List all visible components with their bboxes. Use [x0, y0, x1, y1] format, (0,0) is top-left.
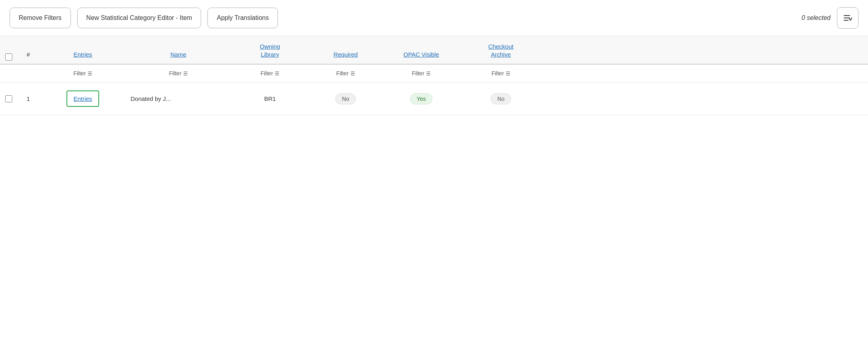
header-checkbox-cell[interactable] — [0, 53, 18, 61]
row-1-checkout-archive-badge: No — [491, 93, 511, 104]
filter-name-icon: ☰ — [183, 71, 188, 77]
col-header-required[interactable]: Required — [310, 48, 381, 61]
data-table: # Entries Name OwningLibrary Required OP… — [0, 36, 868, 115]
apply-translations-button[interactable]: Apply Translations — [207, 8, 278, 28]
new-statistical-category-button[interactable]: New Statistical Category Editor - Item — [77, 8, 201, 28]
filter-owning-library-label: Filter — [260, 70, 273, 77]
row-1-checkbox[interactable] — [5, 95, 12, 102]
row-1-opac-visible-badge: Yes — [410, 93, 433, 104]
select-menu-button[interactable] — [837, 7, 858, 29]
col-header-entries[interactable]: Entries — [39, 48, 127, 61]
selected-count-label: 0 selected — [802, 14, 831, 22]
row-1-number: 1 — [18, 92, 39, 105]
row-1-name: Donated by J... — [127, 92, 230, 105]
col-header-number: # — [18, 48, 39, 61]
remove-filters-button[interactable]: Remove Filters — [10, 8, 71, 28]
list-check-icon — [843, 14, 852, 22]
row-1-opac-visible: Yes — [381, 90, 461, 108]
filter-required-label: Filter — [336, 70, 348, 77]
filter-opac-visible[interactable]: Filter ☰ — [381, 69, 461, 78]
filter-checkout-archive-icon: ☰ — [506, 71, 510, 77]
filter-name-label: Filter — [169, 70, 181, 77]
filter-required-icon: ☰ — [350, 71, 355, 77]
col-header-checkout-archive[interactable]: CheckoutArchive — [461, 40, 541, 61]
filter-required[interactable]: Filter ☰ — [310, 69, 381, 78]
filter-owning-library[interactable]: Filter ☰ — [230, 69, 310, 78]
filter-owning-library-icon: ☰ — [275, 71, 280, 77]
filter-row: Filter ☰ Filter ☰ Filter ☰ Filter ☰ Filt… — [0, 65, 868, 83]
toolbar: Remove Filters New Statistical Category … — [0, 0, 868, 36]
select-all-checkbox[interactable] — [5, 53, 12, 61]
filter-entries[interactable]: Filter ☰ — [39, 69, 127, 78]
row-1-required-badge: No — [335, 93, 356, 104]
row-1-checkbox-cell[interactable] — [0, 95, 18, 102]
filter-opac-visible-icon: ☰ — [426, 71, 431, 77]
col-header-name[interactable]: Name — [127, 48, 230, 61]
col-header-owning-library[interactable]: OwningLibrary — [230, 40, 310, 61]
row-1-checkout-archive: No — [461, 90, 541, 108]
filter-entries-label: Filter — [73, 70, 86, 77]
filter-checkout-archive[interactable]: Filter ☰ — [461, 69, 541, 78]
filter-name[interactable]: Filter ☰ — [127, 69, 230, 78]
row-1-entries-link[interactable]: Entries — [66, 90, 100, 107]
row-1-required: No — [310, 90, 381, 108]
table-row: 1 Entries Donated by J... BR1 No Yes No — [0, 83, 868, 115]
row-1-entries[interactable]: Entries — [39, 87, 127, 110]
filter-checkout-archive-label: Filter — [491, 70, 504, 77]
table-header: # Entries Name OwningLibrary Required OP… — [0, 36, 868, 65]
filter-opac-visible-label: Filter — [412, 70, 424, 77]
filter-entries-icon: ☰ — [88, 71, 92, 77]
col-header-opac-visible[interactable]: OPAC Visible — [381, 48, 461, 61]
row-1-owning-library: BR1 — [230, 92, 310, 105]
